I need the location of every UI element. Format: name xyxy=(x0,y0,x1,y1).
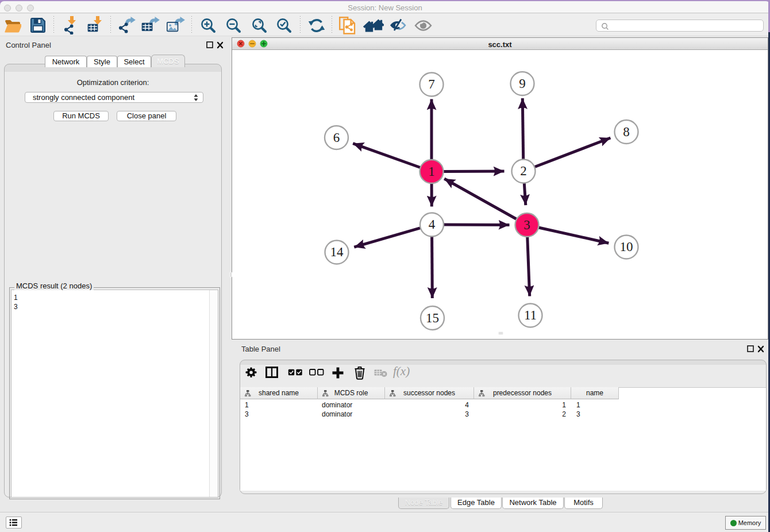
svg-text:7: 7 xyxy=(428,77,435,91)
svg-text:14: 14 xyxy=(330,245,344,259)
svg-text:15: 15 xyxy=(426,311,439,325)
svg-text:10: 10 xyxy=(620,240,633,254)
svg-text:11: 11 xyxy=(524,308,537,322)
svg-text:4: 4 xyxy=(429,217,436,232)
svg-text:6: 6 xyxy=(333,130,340,145)
svg-text:9: 9 xyxy=(519,76,526,91)
svg-text:1: 1 xyxy=(428,164,435,179)
svg-text:2: 2 xyxy=(520,164,527,178)
svg-text:3: 3 xyxy=(523,218,530,232)
svg-text:8: 8 xyxy=(623,125,630,139)
